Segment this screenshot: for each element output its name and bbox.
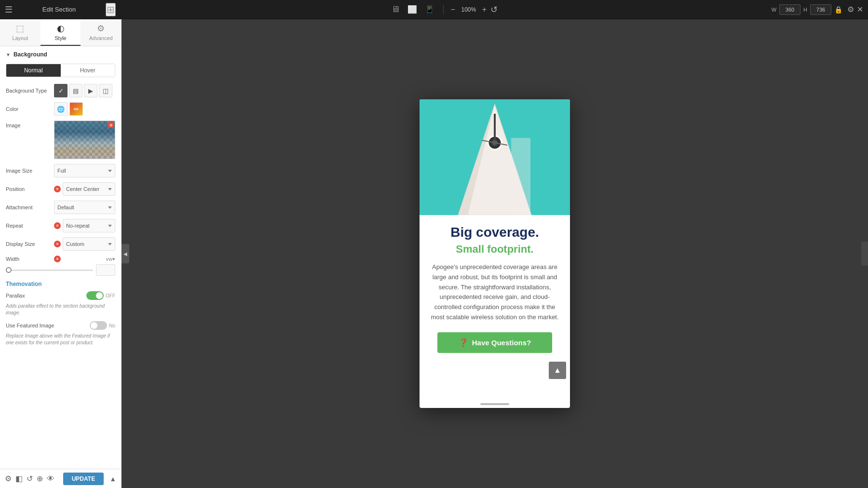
topbar-settings-icon[interactable]: ⚙: [847, 5, 854, 14]
color-pencil-btn[interactable]: ✏: [69, 102, 83, 116]
layout-tab-label: Layout: [12, 35, 28, 41]
display-size-select[interactable]: Custom Auto Cover Contain: [63, 237, 115, 251]
parallax-toggle[interactable]: [86, 291, 104, 300]
state-tabs: Normal Hover: [6, 64, 115, 77]
advanced-tab-label: Advanced: [89, 35, 113, 41]
attachment-select[interactable]: Default Fixed Scroll: [54, 201, 115, 214]
width-row: Width ⊕ vw▾: [6, 256, 115, 262]
image-size-row: Image Size Full Large Medium Thumbnail: [6, 164, 115, 177]
layers-icon[interactable]: ◧: [15, 474, 23, 483]
height-input[interactable]: [810, 4, 831, 15]
use-featured-image-toggle-thumb: [91, 322, 97, 329]
use-featured-image-toggle[interactable]: [90, 321, 107, 330]
position-row: Position ⊕ Center Center Top Left Top Ce…: [6, 182, 115, 196]
divider: [443, 5, 444, 14]
image-size-label: Image Size: [6, 168, 54, 174]
mobile-device-btn[interactable]: 📱: [423, 3, 436, 16]
svg-rect-6: [494, 114, 496, 140]
image-thumb-inner: [54, 121, 115, 159]
topbar-expand-icon[interactable]: ✕: [857, 5, 863, 14]
repeat-select[interactable]: No-repeat Repeat Repeat-X Repeat-Y: [63, 219, 115, 232]
zoom-out-button[interactable]: −: [450, 5, 455, 14]
preview-hero-image: [420, 99, 570, 215]
zoom-in-button[interactable]: +: [482, 5, 487, 14]
position-select-wrapper: Center Center Top Left Top Center Top Ri…: [63, 182, 115, 196]
use-featured-image-label: Use Featured Image: [6, 323, 90, 328]
canvas-right-handle[interactable]: [861, 242, 868, 266]
height-label: H: [803, 7, 807, 13]
update-button[interactable]: UPDATE: [63, 473, 104, 485]
image-row: Image ⊕: [6, 121, 115, 159]
state-hover-tab[interactable]: Hover: [61, 64, 115, 77]
width-input[interactable]: [779, 4, 800, 15]
bg-type-slideshow-btn[interactable]: ◫: [99, 84, 112, 97]
width-unit[interactable]: vw▾: [106, 256, 115, 262]
bg-type-color-btn[interactable]: ✓: [54, 84, 68, 97]
width-number-input[interactable]: [96, 264, 115, 276]
layout-tab-icon: ⬚: [16, 23, 24, 34]
background-section-title: Background: [14, 51, 47, 58]
preview-icon[interactable]: 👁: [47, 474, 54, 483]
image-thumb-wrapper: ⊕: [54, 121, 115, 159]
repeat-link-icon: ⊕: [54, 222, 61, 229]
attachment-select-wrapper: Default Fixed Scroll: [54, 201, 115, 214]
sidebar-content: ▼ Background Normal Hover Background Typ…: [0, 46, 121, 469]
update-arrow-icon[interactable]: ▲: [109, 475, 116, 483]
repeat-label: Repeat: [6, 223, 54, 229]
undo-button[interactable]: ↺: [490, 4, 498, 15]
style-tab-icon: ◐: [57, 23, 65, 34]
image-thumbnail[interactable]: [54, 121, 115, 159]
settings-bottom-icon[interactable]: ⚙: [5, 474, 12, 483]
navigator-icon[interactable]: ⊕: [37, 474, 43, 483]
background-type-buttons: ✓ ▤ ▶ ◫: [54, 84, 115, 97]
image-size-select[interactable]: Full Large Medium Thumbnail: [54, 164, 115, 177]
top-bar: ☰ Edit Section ⊞ 🖥 ⬜ 📱 − 100% + ↺ W H 🔒 …: [0, 0, 868, 19]
tab-advanced[interactable]: ⚙ Advanced: [81, 19, 121, 46]
preview-title: Big coverage.: [427, 225, 562, 240]
width-label: W: [772, 7, 776, 13]
topbar-center: 🖥 ⬜ 📱 − 100% + ↺: [121, 2, 767, 16]
color-label: Color: [6, 106, 54, 112]
collapse-handle[interactable]: ◀: [122, 244, 129, 263]
themovation-label: Themovation: [6, 281, 115, 287]
width-label: Width: [6, 256, 54, 262]
width-slider-container: [6, 264, 115, 276]
state-normal-tab[interactable]: Normal: [6, 64, 61, 77]
canvas-area: ◀: [122, 19, 868, 488]
main-area: ⬚ Layout ◐ Style ⚙ Advanced ▼ Background…: [0, 19, 868, 488]
image-size-select-wrapper: Full Large Medium Thumbnail: [54, 164, 115, 177]
parallax-row: Parallax OFF: [6, 291, 115, 300]
history-icon[interactable]: ↺: [27, 474, 33, 483]
preview-cta-button[interactable]: ❓ Have Questions?: [437, 332, 552, 353]
tab-style[interactable]: ◐ Style: [41, 19, 81, 46]
color-globe-btn[interactable]: 🌐: [54, 102, 68, 116]
position-label: Position: [6, 186, 54, 192]
topbar-left: ☰ Edit Section ⊞: [0, 3, 121, 16]
menu-icon[interactable]: ☰: [5, 4, 13, 15]
zoom-value: 100%: [459, 6, 478, 13]
use-featured-image-row: Use Featured Image No: [6, 321, 115, 330]
parallax-off-label: OFF: [106, 293, 115, 298]
desktop-device-btn[interactable]: 🖥: [389, 2, 402, 16]
sidebar: ⬚ Layout ◐ Style ⚙ Advanced ▼ Background…: [0, 19, 122, 488]
grid-icon[interactable]: ⊞: [106, 3, 116, 16]
scroll-up-icon: ▲: [554, 366, 561, 375]
use-featured-image-description: Replace Image above with the Featured Im…: [6, 333, 115, 346]
sidebar-tabs: ⬚ Layout ◐ Style ⚙ Advanced: [0, 19, 121, 46]
tablet-device-btn[interactable]: ⬜: [406, 3, 419, 16]
bg-type-gradient-btn[interactable]: ▤: [69, 84, 82, 97]
bg-type-video-btn[interactable]: ▶: [84, 84, 97, 97]
topbar-right: W H 🔒 ⚙ ✕: [767, 4, 868, 15]
lock-icon: 🔒: [834, 6, 842, 14]
preview-body: Apogee's unprecedented coverage areas ar…: [427, 262, 562, 323]
width-slider[interactable]: [6, 270, 93, 271]
background-section-header[interactable]: ▼ Background: [6, 51, 115, 58]
use-featured-image-off-label: No: [109, 323, 115, 328]
scroll-up-button[interactable]: ▲: [549, 362, 566, 379]
display-size-link-icon: ⊕: [54, 241, 61, 247]
position-select[interactable]: Center Center Top Left Top Center Top Ri…: [63, 182, 115, 196]
repeat-row: Repeat ⊕ No-repeat Repeat Repeat-X Repea…: [6, 219, 115, 232]
parallax-toggle-thumb: [96, 292, 103, 299]
tab-layout[interactable]: ⬚ Layout: [0, 19, 41, 46]
color-buttons: 🌐 ✏: [54, 102, 115, 116]
